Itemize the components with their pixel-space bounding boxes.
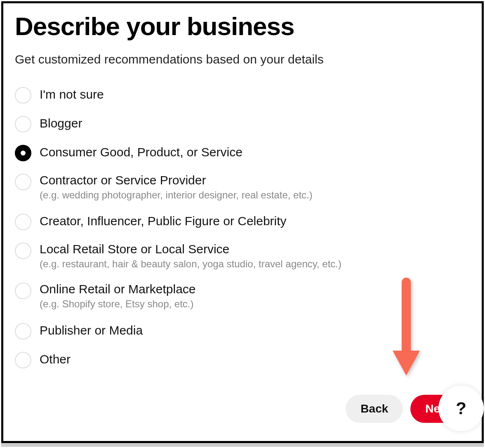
option-text: Blogger: [40, 115, 82, 132]
option-local-retail[interactable]: Local Retail Store or Local Service (e.g…: [15, 242, 470, 270]
option-online-retail[interactable]: Online Retail or Marketplace (e.g. Shopi…: [15, 282, 470, 310]
option-sublabel: (e.g. restaurant, hair & beauty salon, y…: [40, 257, 341, 270]
option-text: I'm not sure: [40, 86, 104, 103]
options-list: I'm not sure Blogger Consumer Good, Prod…: [15, 86, 470, 368]
page-title: Describe your business: [15, 12, 470, 41]
option-label: Consumer Good, Product, or Service: [40, 145, 242, 160]
option-label: Local Retail Store or Local Service: [40, 242, 341, 257]
radio-icon[interactable]: [15, 87, 31, 104]
option-label: Online Retail or Marketplace: [40, 282, 196, 297]
option-text: Creator, Influencer, Public Figure or Ce…: [40, 213, 287, 229]
option-not-sure[interactable]: I'm not sure: [15, 86, 470, 104]
option-text: Local Retail Store or Local Service (e.g…: [40, 242, 341, 270]
option-label: Contractor or Service Provider: [40, 173, 313, 188]
radio-icon[interactable]: [15, 323, 31, 340]
option-label: I'm not sure: [40, 87, 104, 102]
option-sublabel: (e.g. Shopify store, Etsy shop, etc.): [40, 297, 196, 310]
radio-icon[interactable]: [15, 214, 31, 230]
option-consumer-good[interactable]: Consumer Good, Product, or Service: [15, 144, 470, 161]
option-creator[interactable]: Creator, Influencer, Public Figure or Ce…: [15, 213, 470, 230]
option-other[interactable]: Other: [15, 351, 470, 368]
radio-icon[interactable]: [15, 243, 31, 259]
option-label: Creator, Influencer, Public Figure or Ce…: [40, 214, 287, 229]
option-text: Online Retail or Marketplace (e.g. Shopi…: [40, 282, 196, 310]
radio-icon[interactable]: [15, 116, 31, 132]
option-label: Publisher or Media: [40, 323, 143, 338]
option-text: Consumer Good, Product, or Service: [40, 144, 242, 160]
option-text: Publisher or Media: [40, 322, 143, 339]
radio-icon[interactable]: [15, 174, 31, 190]
radio-icon[interactable]: [15, 283, 31, 299]
option-label: Other: [40, 352, 71, 367]
bottom-strip: [1, 443, 484, 447]
radio-icon[interactable]: [15, 352, 31, 368]
option-blogger[interactable]: Blogger: [15, 115, 470, 132]
option-text: Contractor or Service Provider (e.g. wed…: [40, 173, 313, 201]
option-contractor[interactable]: Contractor or Service Provider (e.g. wed…: [15, 173, 470, 201]
radio-icon-selected[interactable]: [15, 145, 31, 161]
option-sublabel: (e.g. wedding photographer, interior des…: [40, 189, 313, 201]
page-subtitle: Get customized recommendations based on …: [15, 52, 470, 66]
option-text: Other: [40, 351, 71, 368]
option-publisher[interactable]: Publisher or Media: [15, 322, 470, 340]
question-icon: ?: [456, 398, 466, 418]
back-button[interactable]: Back: [346, 395, 403, 423]
option-label: Blogger: [40, 116, 82, 131]
dialog-frame: Describe your business Get customized re…: [1, 1, 484, 443]
help-button[interactable]: ?: [438, 386, 484, 431]
